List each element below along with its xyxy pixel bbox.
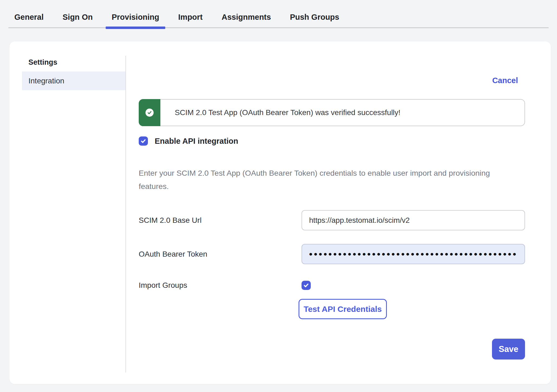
import-groups-label: Import Groups [139, 281, 302, 290]
success-check-icon [145, 109, 154, 117]
tab-push-groups[interactable]: Push Groups [284, 7, 345, 27]
tab-general[interactable]: General [8, 7, 50, 27]
success-banner: SCIM 2.0 Test App (OAuth Bearer Token) w… [139, 99, 525, 126]
success-banner-body: SCIM 2.0 Test App (OAuth Bearer Token) w… [160, 99, 525, 126]
main-content: Cancel SCIM 2.0 Test App (OAuth Bearer T… [139, 41, 525, 384]
token-label: OAuth Bearer Token [139, 250, 302, 259]
provisioning-card: Settings Integration Cancel SCIM 2.0 Tes… [9, 41, 551, 384]
checkmark-icon [303, 282, 309, 288]
app-tab-bar: General Sign On Provisioning Import Assi… [8, 0, 549, 28]
sidebar-divider [125, 56, 126, 373]
success-icon-panel [139, 99, 160, 126]
enable-api-integration-row: Enable API integration [139, 136, 238, 146]
success-banner-message: SCIM 2.0 Test App (OAuth Bearer Token) w… [175, 108, 400, 117]
credentials-description: Enter your SCIM 2.0 Test App (OAuth Bear… [139, 166, 518, 193]
import-groups-row: Import Groups [139, 281, 525, 290]
token-input[interactable] [302, 244, 525, 264]
sidebar-item-integration[interactable]: Integration [22, 71, 125, 90]
enable-api-integration-label: Enable API integration [155, 137, 238, 146]
test-api-credentials-button[interactable]: Test API Credentials [299, 299, 387, 319]
cancel-link[interactable]: Cancel [492, 76, 518, 85]
tab-provisioning[interactable]: Provisioning [106, 7, 165, 27]
save-button[interactable]: Save [492, 339, 525, 360]
tab-sign-on[interactable]: Sign On [57, 7, 99, 27]
tab-import[interactable]: Import [172, 7, 209, 27]
token-row: OAuth Bearer Token [139, 244, 525, 264]
base-url-label: SCIM 2.0 Base Url [139, 216, 302, 225]
enable-api-integration-checkbox[interactable] [139, 136, 148, 146]
import-groups-checkbox[interactable] [302, 281, 311, 290]
sidebar-item-label: Integration [28, 77, 64, 85]
base-url-row: SCIM 2.0 Base Url [139, 210, 525, 230]
base-url-input[interactable] [302, 210, 525, 230]
tab-assignments[interactable]: Assignments [216, 7, 277, 27]
checkmark-icon [140, 138, 146, 144]
sidebar-heading: Settings [28, 58, 57, 67]
